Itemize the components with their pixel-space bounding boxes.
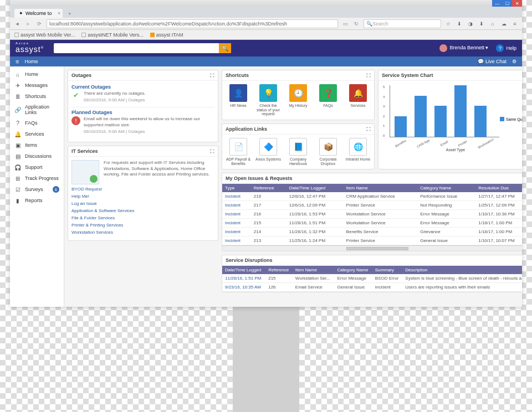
sidebar-item-reports[interactable]: ▮Reports: [10, 195, 64, 206]
window-close[interactable]: ✕: [512, 0, 522, 7]
table-header[interactable]: Item Name: [293, 266, 335, 274]
browser-tab[interactable]: ✦ Welcome to ×: [14, 9, 63, 18]
outages-panel: Outages⛶ Current Outages ✔ There are cur…: [68, 70, 218, 142]
window-minimize[interactable]: —: [492, 0, 502, 7]
tile-icon: 🌐: [349, 138, 367, 156]
pocket-icon[interactable]: ⬇: [456, 21, 463, 27]
sidebar: ⌂Home✈Messages≣Shortcuts🔗Application Lin…: [10, 66, 64, 307]
chart-bar: [434, 106, 447, 137]
window-maximize[interactable]: ☐: [502, 0, 512, 7]
sidebar-icon: ☑: [14, 186, 21, 193]
url-input[interactable]: localhost:8080/assystweb/application.do#…: [47, 19, 338, 28]
home-icon[interactable]: ⌂: [489, 21, 497, 27]
breadcrumb-home[interactable]: Home: [24, 59, 38, 64]
main-search-input[interactable]: 🔍: [54, 43, 231, 53]
table-header[interactable]: Date/Time Logged: [287, 184, 344, 192]
horizontal-scrollbar[interactable]: [222, 245, 522, 251]
table-header[interactable]: Date/Time Logged: [222, 266, 265, 274]
bookmark-item[interactable]: assyst Web Mobile Ver...: [14, 32, 75, 38]
table-header[interactable]: Reference: [265, 266, 293, 274]
hamburger-icon[interactable]: ≡: [16, 58, 19, 65]
it-service-link[interactable]: BYOD Request: [71, 187, 214, 192]
expand-icon[interactable]: ⛶: [366, 127, 371, 132]
shield-icon[interactable]: ◑: [467, 21, 474, 27]
browser-tab-bar: ✦ Welcome to × +: [10, 7, 522, 18]
new-tab-button[interactable]: +: [65, 10, 74, 18]
bookmark-item[interactable]: assystNET Mobile Vers...: [81, 32, 143, 38]
help-link[interactable]: ?Help: [496, 44, 516, 52]
sidebar-item-messages[interactable]: ✈Messages: [10, 80, 64, 91]
tile[interactable]: 📄ADP Payroll & Benefits: [226, 138, 251, 166]
it-service-link[interactable]: Printer & Printing Services: [71, 223, 214, 228]
badge: 6: [53, 186, 59, 193]
it-service-link[interactable]: Application & Software Services: [71, 208, 214, 213]
tile[interactable]: 🔔Services: [345, 84, 371, 116]
expand-icon[interactable]: ⛶: [210, 73, 214, 78]
reload-button[interactable]: ⟳: [35, 20, 43, 28]
star-icon[interactable]: ☆: [444, 21, 452, 27]
settings-icon[interactable]: ⚙: [512, 59, 516, 64]
forward-button[interactable]: ►: [24, 20, 32, 28]
expand-icon[interactable]: ⛶: [210, 149, 214, 154]
table-header[interactable]: Resolution Due: [475, 184, 522, 192]
sidebar-item-faqs[interactable]: ?FAQs: [10, 117, 64, 128]
sidebar-item-services[interactable]: 🔔Services: [10, 128, 64, 140]
issues-panel: My Open Issues & Requests⛶ TypeReference…: [222, 173, 522, 251]
tile[interactable]: 🌐Intranet Home: [345, 138, 371, 166]
tile[interactable]: 🕘My History: [285, 84, 311, 116]
planned-outages-heading: Planned Outages: [71, 110, 214, 115]
tile[interactable]: 📘Company Handbook: [285, 138, 311, 166]
sidebar-item-discussions[interactable]: ▤Discussions: [10, 151, 64, 162]
sidebar-item-surveys[interactable]: ☑Surveys6: [10, 184, 64, 195]
sync-icon[interactable]: ☁: [500, 21, 508, 27]
user-menu[interactable]: Brenda Bennett ▾: [439, 44, 488, 52]
table-row[interactable]: 9/23/16, 10:35 AM126Email ServiceGeneral…: [222, 283, 522, 292]
table-row[interactable]: Incident21311/25/16, 1:24 PMPrinter Serv…: [222, 236, 522, 245]
tile[interactable]: 💡Check the status of your request: [255, 84, 281, 116]
tile[interactable]: 🔷Axios Systems: [255, 138, 281, 166]
search-button[interactable]: 🔍: [219, 43, 231, 53]
sidebar-item-shortcuts[interactable]: ≣Shortcuts: [10, 91, 64, 102]
table-row[interactable]: Incident21812/8/16, 12:47 PMCRM Applicat…: [222, 192, 522, 201]
table-row[interactable]: Incident21411/28/16, 1:32 PMBenefits Ser…: [222, 228, 522, 236]
table-row[interactable]: Incident21712/6/16, 12:09 PMPrinter Serv…: [222, 201, 522, 210]
tile[interactable]: ❓FAQs: [315, 84, 341, 116]
sidebar-icon: ▤: [14, 153, 21, 159]
sidebar-item-support[interactable]: 🎧Support: [10, 162, 64, 173]
table-header[interactable]: Type: [222, 184, 251, 192]
help-icon: ?: [496, 44, 504, 52]
menu-icon[interactable]: ≡: [511, 21, 519, 27]
sidebar-item-items[interactable]: ▣Items: [10, 140, 64, 151]
it-service-link[interactable]: Workstation Services: [71, 230, 214, 235]
table-row[interactable]: Incident21611/28/16, 1:53 PMWorkstation …: [222, 210, 522, 219]
table-row[interactable]: 11/28/16, 1:51 PM215Workstation Ser...Er…: [222, 274, 522, 283]
sidebar-item-home[interactable]: ⌂Home: [10, 69, 64, 80]
back-button[interactable]: ◄: [13, 20, 21, 28]
expand-icon[interactable]: ⛶: [366, 73, 371, 78]
table-header[interactable]: Item Name: [344, 184, 418, 192]
bookmark-item[interactable]: assyst ITAM: [150, 32, 183, 38]
table-header[interactable]: Description: [402, 266, 522, 274]
reader-icon[interactable]: ▭: [341, 20, 349, 28]
table-header[interactable]: Category Name: [334, 266, 372, 274]
tile[interactable]: 👤HR News: [226, 84, 251, 116]
disruptions-panel: Service Disruptions⛶ Date/Time LoggedRef…: [222, 255, 522, 292]
sidebar-item-track-progress[interactable]: ⊞Track Progress: [10, 173, 64, 184]
sidebar-item-application-links[interactable]: 🔗Application Links: [10, 102, 64, 117]
it-service-link[interactable]: Help Me!: [71, 194, 214, 199]
refresh-icon[interactable]: ↻: [352, 20, 360, 28]
download-icon[interactable]: ⬇: [478, 21, 485, 27]
tab-close-icon[interactable]: ×: [58, 11, 60, 16]
table-header[interactable]: Reference: [251, 184, 287, 192]
table-header[interactable]: Category Name: [417, 184, 475, 192]
live-chat-link[interactable]: 💬 Live Chat: [478, 59, 507, 64]
sidebar-icon: ⌂: [14, 71, 21, 78]
table-row[interactable]: Incident21511/28/16, 1:51 PMWorkstation …: [222, 219, 522, 228]
browser-search[interactable]: 🔍 Search: [364, 19, 441, 28]
it-service-link[interactable]: File & Folder Services: [71, 215, 214, 220]
it-service-link[interactable]: Log an Issue: [71, 201, 214, 206]
table-header[interactable]: Summary: [372, 266, 403, 274]
tab-favicon: ✦: [19, 11, 23, 16]
sidebar-icon: ≣: [14, 93, 21, 100]
tile[interactable]: 📦Corporate Dropbox: [315, 138, 341, 166]
